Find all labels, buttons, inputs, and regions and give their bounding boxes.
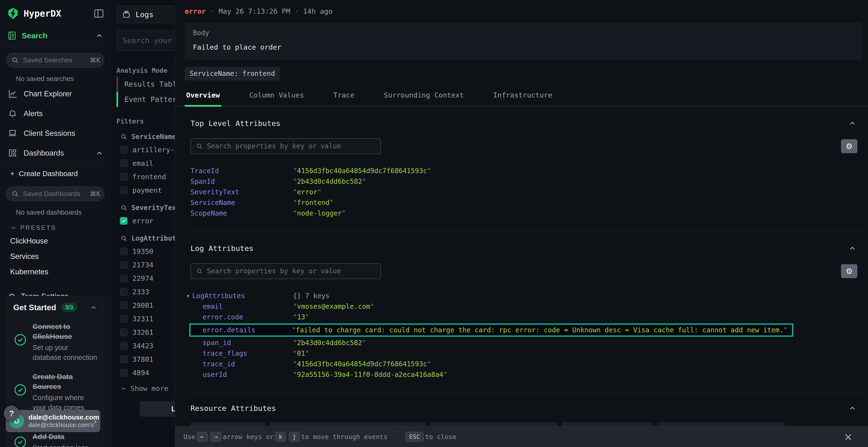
attribute-row[interactable]: trace_id4156d3fbc40a64854d9dc7f68641593c xyxy=(190,359,862,370)
property-search-input[interactable]: Search properties by key or value xyxy=(190,263,381,279)
checkbox[interactable] xyxy=(120,186,128,194)
filter-option[interactable]: 2333 xyxy=(111,285,175,299)
filter-option[interactable]: 37801 xyxy=(111,353,175,366)
tab-infrastructure[interactable]: Infrastructure xyxy=(492,91,554,106)
filter-option[interactable]: 4894 xyxy=(111,366,175,380)
filter-option[interactable]: 22974 xyxy=(111,272,175,285)
checkbox[interactable] xyxy=(120,369,128,377)
property-search-input[interactable]: Search properties by key or value xyxy=(190,138,381,154)
sidebar-item-dashboards[interactable]: Dashboards xyxy=(0,143,110,163)
get-started-step-connect[interactable]: Connect to ClickHouseSet up your databas… xyxy=(13,322,97,362)
saved-searches-input[interactable]: Saved Searches ⌘K xyxy=(6,53,104,68)
service-name-tag[interactable]: ServiceName: frontend xyxy=(185,67,280,80)
filter-option[interactable]: 21734 xyxy=(111,258,175,272)
checkbox[interactable] xyxy=(120,248,128,255)
checkbox[interactable] xyxy=(120,173,128,181)
chevron-up-icon[interactable] xyxy=(95,32,103,40)
hint-text: arrow keys or xyxy=(223,433,274,441)
less-filters-button[interactable]: Less filters xyxy=(140,401,175,417)
attribute-row[interactable]: span_id2b43d0c4dd6bc582 xyxy=(190,338,862,348)
filter-option[interactable]: 29081 xyxy=(111,299,175,312)
sidebar-item-search[interactable]: Search xyxy=(22,31,90,40)
filter-option[interactable]: email xyxy=(111,157,175,170)
keys-count-badge: {} 7 keys xyxy=(293,292,330,300)
saved-dashboards-input[interactable]: Saved Dashboards ⌘K xyxy=(6,186,104,201)
section-title: Log Attributes xyxy=(190,244,848,253)
sidebar-item-client-sessions[interactable]: Client Sessions xyxy=(0,124,110,143)
attribute-row[interactable]: error.code13 xyxy=(190,312,862,322)
collapse-sidebar-icon[interactable] xyxy=(93,8,104,19)
presets-toggle[interactable]: PRESETS xyxy=(0,218,110,233)
attribute-row[interactable]: SpanId2b43d0c4dd6bc582 xyxy=(190,176,862,187)
checkbox[interactable] xyxy=(120,275,128,282)
highlighted-attribute-row[interactable]: error.detailsfailed to charge card: coul… xyxy=(189,323,793,337)
filter-option[interactable]: 19350 xyxy=(111,245,175,258)
hint-text: to close xyxy=(425,433,457,441)
event-search-input[interactable]: Search your ev xyxy=(117,30,175,50)
checkbox[interactable] xyxy=(120,302,128,309)
collapse-section-icon[interactable] xyxy=(848,404,857,412)
dashboards-icon xyxy=(8,148,18,158)
get-started-step-add-data[interactable]: Add DataStart sending logs, metrics, or … xyxy=(13,432,97,447)
checkbox[interactable] xyxy=(120,288,128,296)
filter-option-checked[interactable]: error xyxy=(111,214,175,228)
filter-option[interactable]: 33261 xyxy=(111,325,175,339)
chevron-up-icon[interactable] xyxy=(90,304,97,311)
attribute-row[interactable]: ScopeNamenode-logger xyxy=(190,208,862,219)
divider xyxy=(0,46,110,46)
checkbox[interactable] xyxy=(120,329,128,336)
event-timestamp: May 26 7:13:26 PM xyxy=(219,7,290,15)
preset-services[interactable]: Services xyxy=(0,249,110,264)
tab-surrounding-context[interactable]: Surrounding Context xyxy=(382,91,465,106)
chart-explorer-icon xyxy=(8,89,18,99)
create-dashboard-button[interactable]: + Create Dashboard xyxy=(0,163,110,180)
search-icon[interactable] xyxy=(120,133,128,140)
filter-option[interactable]: frontend xyxy=(111,170,175,183)
checkbox[interactable] xyxy=(120,355,128,363)
column-settings-button[interactable]: ⚙ xyxy=(841,264,858,278)
filter-option[interactable]: artillery-loa xyxy=(111,143,175,157)
chevron-up-icon[interactable] xyxy=(95,149,103,157)
attribute-row[interactable]: TraceId4156d3fbc40a64854d9dc7f68641593c xyxy=(190,166,862,176)
checkbox-checked[interactable] xyxy=(120,217,128,225)
tree-caret-icon[interactable]: ▾ xyxy=(186,292,190,300)
column-settings-button[interactable]: ⚙ xyxy=(841,139,858,153)
collapse-section-icon[interactable] xyxy=(848,244,857,252)
source-selector-button[interactable]: Logs xyxy=(117,6,175,23)
attribute-row[interactable]: trace_flags01 xyxy=(190,348,862,359)
tab-column-values[interactable]: Column Values xyxy=(248,91,306,106)
help-button[interactable]: ? xyxy=(4,406,19,421)
checkbox[interactable] xyxy=(120,315,128,323)
checkbox[interactable] xyxy=(120,146,128,153)
filter-option[interactable]: payment xyxy=(111,183,175,197)
collapse-section-icon[interactable] xyxy=(848,119,857,128)
mode-results-table[interactable]: Results Table xyxy=(117,77,175,92)
tab-trace[interactable]: Trace xyxy=(332,91,356,106)
search-icon xyxy=(196,143,203,150)
close-icon[interactable]: × xyxy=(844,431,852,443)
tab-overview[interactable]: Overview xyxy=(185,91,221,107)
divider xyxy=(396,432,396,442)
attribute-row[interactable]: ServiceNamefrontend xyxy=(190,198,862,208)
laptop-icon xyxy=(8,128,18,138)
filter-option[interactable]: 34423 xyxy=(111,339,175,353)
attribute-row[interactable]: SeverityTexterror xyxy=(190,187,862,198)
no-saved-searches-text: No saved searches xyxy=(0,68,110,84)
user-profile-button[interactable]: D dale@clickhouse.com dale@clickhouse.co… xyxy=(6,410,100,432)
attribute-tree-root[interactable]: ▾LogAttributes {} 7 keys xyxy=(186,291,862,301)
checkbox[interactable] xyxy=(120,342,128,350)
sidebar-item-chart-explorer[interactable]: Chart Explorer xyxy=(0,84,110,104)
attribute-row[interactable]: emailvmoses@example.com xyxy=(190,301,862,312)
checkbox[interactable] xyxy=(120,261,128,269)
shortcut-badge: ⌘K xyxy=(90,57,100,64)
filter-option[interactable]: 32311 xyxy=(111,312,175,325)
search-icon[interactable] xyxy=(120,204,128,211)
mode-event-patterns[interactable]: Event Patterns xyxy=(117,92,175,107)
sidebar-item-alerts[interactable]: Alerts xyxy=(0,104,110,124)
checkbox[interactable] xyxy=(120,160,128,167)
show-more-button[interactable]: Show more xyxy=(111,380,175,395)
preset-clickhouse[interactable]: ClickHouse xyxy=(0,233,110,249)
attribute-row[interactable]: userId92a55156-39a4-11f0-8ddd-a2eca416a8… xyxy=(190,370,862,380)
search-icon[interactable] xyxy=(120,235,128,242)
preset-kubernetes[interactable]: Kubernetes xyxy=(0,264,110,280)
